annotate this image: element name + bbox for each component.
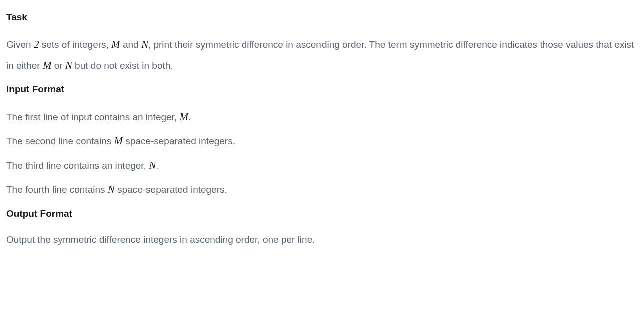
text-fragment: and	[120, 40, 141, 50]
input-line-4: The fourth line contains N space-separat…	[6, 178, 638, 200]
math-var-n: N	[108, 184, 115, 196]
text-fragment: space-separated integers.	[123, 136, 235, 146]
task-section: Task Given 2 sets of integers, M and N, …	[6, 9, 638, 76]
task-description: Given 2 sets of integers, M and N, print…	[6, 34, 638, 76]
task-heading: Task	[6, 9, 638, 26]
math-var-m: M	[179, 111, 188, 123]
text-fragment: The third line contains an integer,	[6, 160, 149, 171]
text-fragment: The fourth line contains	[6, 184, 108, 195]
input-line-2: The second line contains M space-separat…	[6, 130, 638, 152]
math-var-m: M	[111, 38, 120, 50]
output-format-description: Output the symmetric difference integers…	[6, 230, 638, 250]
output-format-heading: Output Format	[6, 206, 638, 222]
text-fragment: space-separated integers.	[115, 184, 227, 195]
math-number-2: 2	[34, 38, 39, 50]
text-fragment: or	[51, 60, 65, 71]
text-fragment: The first line of input contains an inte…	[6, 112, 179, 122]
text-fragment: The second line contains	[6, 136, 114, 146]
output-format-section: Output Format Output the symmetric diffe…	[6, 206, 638, 250]
input-line-3: The third line contains an integer, N.	[6, 154, 638, 176]
math-var-n: N	[65, 60, 72, 72]
input-line-1: The first line of input contains an inte…	[6, 106, 638, 128]
math-var-n: N	[149, 160, 156, 172]
math-var-m: M	[114, 135, 123, 147]
math-var-n: N	[141, 38, 148, 50]
input-format-section: Input Format The first line of input con…	[6, 81, 638, 200]
input-format-heading: Input Format	[6, 81, 638, 98]
input-format-lines: The first line of input contains an inte…	[6, 106, 638, 200]
text-fragment: .	[156, 160, 158, 171]
text-fragment: .	[188, 112, 191, 122]
text-fragment: sets of integers,	[39, 40, 111, 50]
math-var-m: M	[43, 60, 52, 72]
text-fragment: Given	[6, 40, 34, 50]
text-fragment: but do not exist in both.	[72, 60, 173, 71]
